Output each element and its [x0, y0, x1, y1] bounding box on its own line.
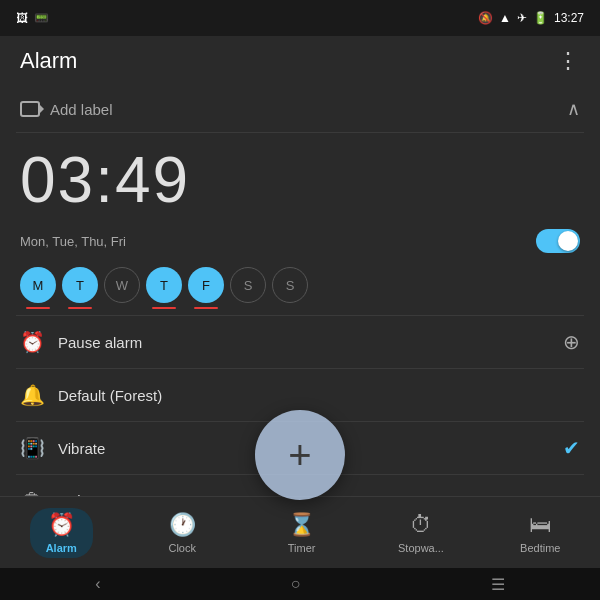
airplane-icon: ✈ — [517, 11, 527, 25]
status-right-icons: 🔕 ▲ ✈ 🔋 13:27 — [478, 11, 584, 25]
app-header: Alarm ⋮ — [0, 36, 600, 86]
back-button[interactable]: ‹ — [95, 575, 100, 593]
vibrate-check-icon: ✔ — [563, 436, 580, 460]
alarm-nav-label: Alarm — [46, 542, 77, 554]
bedtime-nav-label: Bedtime — [520, 542, 560, 554]
image-icon: 🖼 — [16, 11, 28, 25]
clock-nav-icon: 🕐 — [169, 512, 196, 538]
voicemail-icon: 📟 — [34, 11, 49, 25]
pause-alarm-row[interactable]: ⏰ Pause alarm ⊕ — [16, 315, 584, 368]
pause-alarm-text: Pause alarm — [58, 334, 142, 351]
status-bar: 🖼 📟 🔕 ▲ ✈ 🔋 13:27 — [0, 0, 600, 36]
label-icon — [20, 101, 40, 117]
day-friday[interactable]: F — [188, 267, 224, 303]
app-title: Alarm — [20, 48, 77, 74]
add-label-left: Add label — [20, 101, 113, 118]
stopwatch-nav-icon: ⏱ — [410, 512, 432, 538]
vibrate-left: 📳 Vibrate — [20, 436, 105, 460]
toggle-knob — [558, 231, 578, 251]
nav-clock[interactable]: 🕐 Clock — [152, 512, 212, 554]
wifi-icon: ▲ — [499, 11, 511, 25]
day-saturday[interactable]: S — [230, 267, 266, 303]
ringtone-left: 🔔 Default (Forest) — [20, 383, 162, 407]
pause-alarm-left: ⏰ Pause alarm — [20, 330, 142, 354]
day-monday[interactable]: M — [20, 267, 56, 303]
add-label-row[interactable]: Add label ∧ — [16, 86, 584, 133]
clock-time: 13:27 — [554, 11, 584, 25]
add-label-text: Add label — [50, 101, 113, 118]
clock-nav-label: Clock — [168, 542, 196, 554]
timer-nav-icon: ⌛ — [288, 512, 315, 538]
timer-nav-label: Timer — [288, 542, 316, 554]
nav-alarm[interactable]: ⏰ Alarm — [30, 508, 93, 558]
day-sunday[interactable]: S — [272, 267, 308, 303]
recents-button[interactable]: ☰ — [491, 575, 505, 594]
pause-alarm-icon: ⏰ — [20, 330, 44, 354]
alarm-nav-icon: ⏰ — [48, 512, 75, 538]
mute-icon: 🔕 — [478, 11, 493, 25]
day-wednesday[interactable]: W — [104, 267, 140, 303]
bottom-navigation: ⏰ Alarm 🕐 Clock ⌛ Timer ⏱ Stopwa... 🛏 Be… — [0, 496, 600, 568]
status-left-icons: 🖼 📟 — [16, 11, 49, 25]
vibrate-icon: 📳 — [20, 436, 44, 460]
nav-bedtime[interactable]: 🛏 Bedtime — [510, 512, 570, 554]
nav-stopwatch[interactable]: ⏱ Stopwa... — [391, 512, 451, 554]
battery-icon: 🔋 — [533, 11, 548, 25]
alarm-time-display[interactable]: 03:49 — [16, 133, 584, 221]
day-thursday[interactable]: T — [146, 267, 182, 303]
day-tuesday[interactable]: T — [62, 267, 98, 303]
vibrate-text: Vibrate — [58, 440, 105, 457]
bell-icon: 🔔 — [20, 383, 44, 407]
nav-timer[interactable]: ⌛ Timer — [272, 512, 332, 554]
overflow-menu-button[interactable]: ⋮ — [557, 48, 580, 74]
day-selector: M T W T F S S — [16, 261, 584, 315]
ringtone-text: Default (Forest) — [58, 387, 162, 404]
stopwatch-nav-label: Stopwa... — [398, 542, 444, 554]
home-bar: ‹ ○ ☰ — [0, 568, 600, 600]
active-days-text: Mon, Tue, Thu, Fri — [20, 234, 126, 249]
home-button[interactable]: ○ — [291, 575, 301, 593]
chevron-up-icon[interactable]: ∧ — [567, 98, 580, 120]
days-row: Mon, Tue, Thu, Fri — [16, 221, 584, 261]
add-alarm-fab[interactable]: + — [255, 410, 345, 500]
add-pause-button[interactable]: ⊕ — [563, 330, 580, 354]
alarm-enabled-toggle[interactable] — [536, 229, 580, 253]
bedtime-nav-icon: 🛏 — [529, 512, 551, 538]
